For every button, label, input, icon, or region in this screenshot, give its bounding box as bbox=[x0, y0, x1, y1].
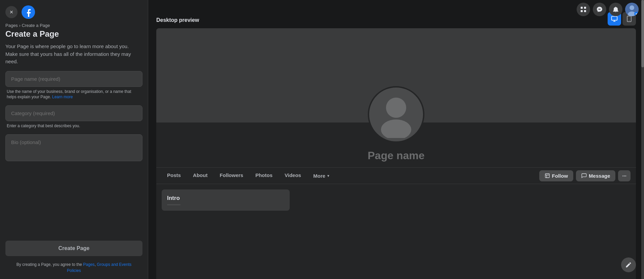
tab-photos[interactable]: Photos bbox=[250, 168, 278, 184]
page-name-hint: Use the name of your business, brand or … bbox=[5, 88, 142, 103]
svg-rect-1 bbox=[581, 7, 583, 9]
category-input[interactable] bbox=[5, 105, 142, 121]
svg-rect-3 bbox=[581, 10, 583, 12]
svg-rect-4 bbox=[584, 10, 586, 12]
preview-label: Desktop preview bbox=[156, 17, 199, 23]
messenger-icon bbox=[596, 6, 603, 13]
nav-actions: Follow Message ··· bbox=[539, 170, 631, 181]
page-name-field-wrapper: Use the name of your business, brand or … bbox=[5, 71, 142, 103]
intro-divider bbox=[167, 204, 181, 205]
more-actions-icon: ··· bbox=[622, 173, 626, 179]
message-icon bbox=[581, 173, 587, 178]
page-navigation: Posts About Followers Photos Videos More… bbox=[156, 167, 636, 184]
grid-icon bbox=[580, 6, 587, 13]
intro-card: Intro bbox=[162, 189, 290, 211]
profile-picture bbox=[368, 86, 424, 143]
intro-title: Intro bbox=[167, 195, 284, 202]
tab-videos[interactable]: Videos bbox=[279, 168, 307, 184]
form-section: Use the name of your business, brand or … bbox=[0, 71, 148, 237]
tab-posts[interactable]: Posts bbox=[162, 168, 186, 184]
close-icon: × bbox=[10, 9, 13, 16]
category-hint: Enter a category that best describes you… bbox=[5, 123, 142, 132]
message-label: Message bbox=[589, 173, 610, 179]
left-header: × bbox=[0, 0, 148, 23]
svg-point-12 bbox=[629, 20, 630, 21]
terms-policies-link[interactable]: Policies bbox=[67, 268, 81, 273]
close-button[interactable]: × bbox=[5, 6, 18, 18]
svg-point-14 bbox=[381, 119, 411, 138]
user-avatar[interactable]: ▼ bbox=[625, 3, 639, 16]
terms-pages-link[interactable]: Pages bbox=[83, 262, 95, 267]
svg-point-13 bbox=[386, 98, 406, 118]
follow-label: Follow bbox=[552, 173, 568, 179]
bell-icon bbox=[612, 6, 619, 13]
profile-pic-wrapper bbox=[368, 86, 424, 143]
cover-photo bbox=[156, 28, 636, 123]
left-panel: × Pages › Create a Page Create a Page Yo… bbox=[0, 0, 148, 279]
top-bar: ▼ bbox=[571, 0, 644, 19]
tab-about[interactable]: About bbox=[188, 168, 213, 184]
intro-section: Intro bbox=[156, 184, 636, 216]
scrollbar[interactable] bbox=[641, 0, 644, 279]
more-label: More bbox=[313, 173, 325, 179]
chevron-down-icon: ▼ bbox=[327, 174, 330, 178]
breadcrumb-pages-link[interactable]: Pages bbox=[5, 23, 18, 28]
follow-button[interactable]: Follow bbox=[539, 170, 574, 181]
message-button[interactable]: Message bbox=[576, 170, 615, 181]
right-panel: ▼ Desktop preview bbox=[148, 0, 644, 279]
svg-rect-2 bbox=[584, 7, 586, 9]
create-page-button[interactable]: Create Page bbox=[5, 241, 142, 256]
svg-point-6 bbox=[630, 5, 634, 10]
edit-fab-button[interactable] bbox=[621, 257, 636, 272]
edit-icon bbox=[625, 261, 632, 268]
more-actions-button[interactable]: ··· bbox=[618, 170, 631, 181]
grid-icon-button[interactable] bbox=[577, 3, 590, 16]
page-name-input[interactable] bbox=[5, 71, 142, 87]
page-title: Create a Page bbox=[0, 29, 148, 43]
bio-input[interactable] bbox=[5, 134, 142, 161]
messenger-icon-button[interactable] bbox=[593, 3, 606, 16]
page-description: Your Page is where people go to learn mo… bbox=[0, 43, 148, 71]
notifications-icon-button[interactable] bbox=[609, 3, 622, 16]
bio-field-wrapper bbox=[5, 134, 142, 161]
facebook-logo bbox=[22, 5, 35, 19]
category-field-wrapper: Enter a category that best describes you… bbox=[5, 105, 142, 132]
breadcrumb: Pages › Create a Page bbox=[0, 23, 148, 29]
follow-icon bbox=[545, 173, 550, 178]
terms-text: By creating a Page, you agree to the Pag… bbox=[0, 259, 148, 279]
learn-more-link[interactable]: Learn more bbox=[52, 95, 73, 99]
profile-silhouette-icon bbox=[373, 91, 420, 138]
tab-followers[interactable]: Followers bbox=[214, 168, 249, 184]
svg-rect-15 bbox=[545, 174, 549, 178]
tab-more[interactable]: More ▼ bbox=[308, 168, 335, 183]
terms-groups-link[interactable]: Groups and Events bbox=[97, 262, 132, 267]
page-preview-container: Page name Posts About Followers Photos V… bbox=[156, 28, 636, 279]
